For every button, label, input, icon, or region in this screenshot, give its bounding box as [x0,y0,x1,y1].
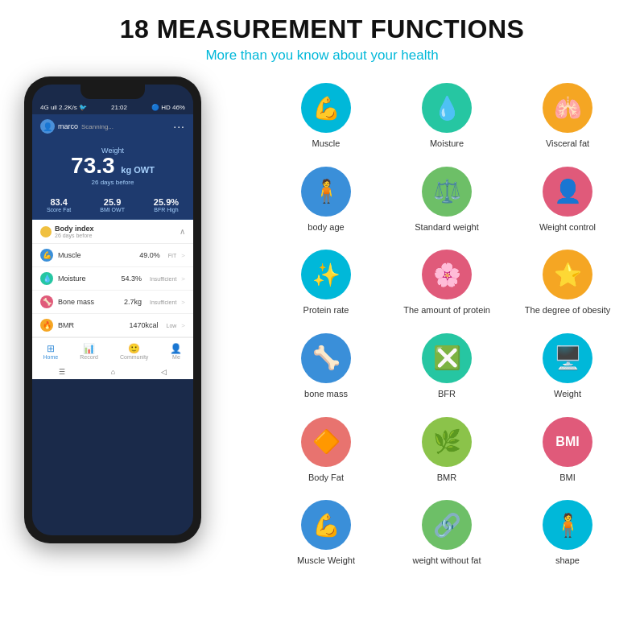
icon-label-2: Visceral fat [546,138,589,149]
icon-item-weight-without-fat: 🔗weight without fat [386,493,507,576]
body-index-header: Body index 26 days before ∧ [32,220,193,244]
main-content: 4G ull 2.2K/s 🐦 21:02 🔵 HD 46% 👤 marco S… [0,68,644,584]
body-index-sub: 26 days before [55,233,94,238]
weight-number: 73.3 [71,153,115,178]
icon-item-protein-rate: ✨Protein rate [266,243,386,325]
nav-record-label: Record [80,354,98,360]
status-time: 21:02 [111,104,127,111]
icon-circle-4: ⚖️ [422,167,472,217]
nav-community-label: Community [120,354,148,360]
stat-bfr-label: BFR High [154,207,179,213]
icon-circle-7: 🌸 [422,250,472,299]
icon-label-17: shape [555,555,580,566]
icon-circle-5: 👤 [543,167,592,217]
icon-label-4: Standard weight [415,221,479,233]
username: marco [58,122,78,130]
bone-arrow: > [181,299,185,306]
icon-item-shape: 🧍shape [507,493,628,576]
icon-label-15: Muscle Weight [297,555,355,566]
icon-label-13: BMR [437,472,456,483]
icon-item-body-fat: 🔶Body Fat [266,411,386,493]
muscle-icon: 💪 [40,249,53,262]
moisture-value: 54.3% [121,275,142,283]
moisture-status: Insufficient [150,276,176,282]
moisture-arrow: > [181,275,185,283]
bone-name: Bone mass [58,298,119,306]
muscle-name: Muscle [58,251,134,259]
icon-item-weight-control: 👤Weight control [507,160,628,242]
nav-community[interactable]: 🙂 Community [120,343,148,360]
body-index-title: Body index [55,225,94,233]
bone-icon: 🦴 [40,295,53,308]
icon-circle-11: 🖥️ [543,333,592,383]
gesture-back: ◁ [161,368,167,376]
icon-label-12: Body Fat [308,472,344,483]
icon-circle-16: 🔗 [422,500,472,550]
status-left: 4G ull 2.2K/s 🐦 [40,104,87,111]
scanning-text: Scanning... [81,123,114,130]
icon-item-the-amount-of-protein: 🌸The amount of protein [386,243,507,325]
gesture-home: ⌂ [111,368,115,376]
me-icon: 👤 [170,343,182,354]
metric-moisture[interactable]: 💧 Moisture 54.3% Insufficient > [32,267,193,291]
status-right: 🔵 HD 46% [151,104,185,111]
bmr-status: Low [166,323,176,328]
community-icon: 🙂 [120,343,148,354]
body-index-title-text: Body index 26 days before [55,225,94,238]
icon-label-3: body age [308,221,344,233]
body-index-toggle[interactable]: ∧ [180,227,185,236]
stat-bmi-value: 25.9 [100,197,125,207]
icon-item-muscle: 💪Muscle [266,76,386,159]
icon-label-8: The degree of obesity [525,304,610,316]
icon-circle-12: 🔶 [301,417,351,467]
body-index-icon [40,226,52,237]
icon-item-muscle-weight: 💪Muscle Weight [266,493,386,576]
icon-circle-17: 🧍 [543,500,592,550]
icon-label-10: BFR [438,388,456,399]
status-bar: 4G ull 2.2K/s 🐦 21:02 🔵 HD 46% [32,101,193,114]
icon-circle-13: 🌿 [422,417,472,467]
app-user: 👤 marco Scanning... [40,119,114,134]
icon-label-6: Protein rate [303,304,349,316]
menu-dots[interactable]: ··· [173,120,185,133]
stat-score-value: 83.4 [47,197,71,207]
nav-home[interactable]: ⊞ Home [43,343,59,360]
icon-circle-6: ✨ [301,250,351,299]
muscle-value: 49.0% [139,251,160,259]
icon-label-11: Weight [554,388,581,399]
phone-frame: 4G ull 2.2K/s 🐦 21:02 🔵 HD 46% 👤 marco S… [24,76,201,543]
metric-bmr[interactable]: 🔥 BMR 1470kcal Low > [32,314,193,337]
icon-item-standard-weight: ⚖️Standard weight [386,160,507,242]
nav-me[interactable]: 👤 Me [170,343,182,360]
body-index-title-row: Body index 26 days before [40,225,94,238]
metric-muscle[interactable]: 💪 Muscle 49.0% FIT > [32,244,193,267]
stats-bar: 83.4 Score Fat 25.9 BMI OWT 25.9% BFR Hi… [32,192,193,220]
icon-item-visceral-fat: 🫁Visceral fat [507,76,628,159]
stat-bmi-label: BMI OWT [100,207,125,213]
icon-label-5: Weight control [539,221,596,233]
weight-unit: kg OWT [121,165,155,175]
icon-item-weight: 🖥️Weight [507,327,628,409]
weight-value: 73.3 kg OWT [32,155,193,177]
stat-bfr: 25.9% BFR High [154,197,179,213]
stat-score-label: Score Fat [47,207,71,213]
metric-bone[interactable]: 🦴 Bone mass 2.7kg Insufficient > [32,291,193,314]
nav-me-label: Me [172,354,180,360]
bottom-nav: ⊞ Home 📊 Record 🙂 Community 👤 [32,337,193,365]
icon-item-moisture: 💧Moisture [386,76,507,159]
muscle-status: FIT [168,253,177,258]
icon-label-7: The amount of protein [403,304,490,316]
phone-hand: 4G ull 2.2K/s 🐦 21:02 🔵 HD 46% 👤 marco S… [8,76,250,584]
weight-section: Weight 73.3 kg OWT 26 days before [32,138,193,192]
icon-label-14: BMI [559,472,576,483]
stat-bfr-value: 25.9% [154,197,179,207]
icon-label-16: weight without fat [413,555,481,566]
stat-bmi: 25.9 BMI OWT [100,197,125,213]
icon-item-body-age: 🧍body age [266,160,386,242]
nav-record[interactable]: 📊 Record [80,343,98,360]
icon-circle-8: ⭐ [543,250,592,299]
home-icon: ⊞ [43,343,59,354]
icon-circle-9: 🦴 [301,333,351,383]
icon-circle-3: 🧍 [301,167,351,217]
stat-score: 83.4 Score Fat [47,197,71,213]
